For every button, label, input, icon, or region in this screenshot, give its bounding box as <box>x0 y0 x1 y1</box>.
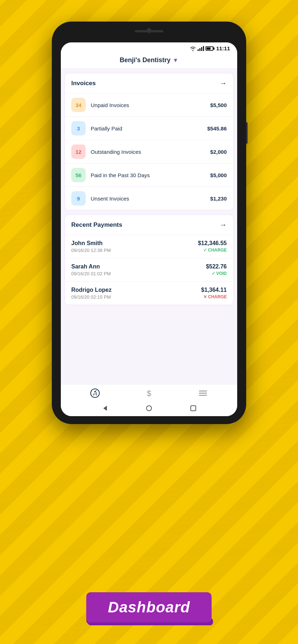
payments-title: Recent Payments <box>71 221 122 229</box>
dashboard-label-container: Dashboard <box>86 592 212 622</box>
invoice-item[interactable]: 56 Paid in the Past 30 Days $5,000 <box>65 164 233 187</box>
payment-status-0: ✓ CHARGE <box>198 248 227 253</box>
payment-left-2: Rodrigo Lopez 09/16/20 02:15 PM <box>71 287 112 300</box>
battery-fill <box>207 47 211 50</box>
android-nav <box>61 401 237 416</box>
svg-point-1 <box>94 391 96 392</box>
payment-left-0: John Smith 09/16/20 12:38 PM <box>71 240 111 253</box>
invoice-badge-1: 3 <box>71 121 86 135</box>
nav-item-menu[interactable] <box>198 388 208 398</box>
payment-item[interactable]: John Smith 09/16/20 12:38 PM $12,346.55 … <box>65 235 233 258</box>
svg-marker-6 <box>103 406 107 411</box>
invoices-title: Invoices <box>71 80 96 87</box>
payment-right-2: $1,364.11 ✕ CHARGE <box>201 287 227 299</box>
invoice-item[interactable]: 3 Partially Paid $545.86 <box>65 117 233 140</box>
menu-nav-icon <box>198 388 208 398</box>
status-time: 11:11 <box>216 45 230 51</box>
invoices-header[interactable]: Invoices → <box>65 73 233 93</box>
screen-content: Invoices → 34 Unpaid Invoices $5,500 3 P… <box>61 69 237 384</box>
payment-right-1: $522.76 ✓ VOID <box>206 263 227 276</box>
invoice-item[interactable]: 34 Unpaid Invoices $5,500 <box>65 93 233 117</box>
signal-icon <box>198 46 204 51</box>
invoice-item[interactable]: 12 Outstanding Invoices $2,000 <box>65 140 233 164</box>
nav-item-dashboard[interactable] <box>90 388 100 398</box>
bottom-nav: $ <box>61 384 237 401</box>
invoice-label-0: Unpaid Invoices <box>91 102 205 108</box>
payment-amount-1: $522.76 <box>206 263 227 270</box>
payment-item[interactable]: Rodrigo Lopez 09/16/20 02:15 PM $1,364.1… <box>65 282 233 305</box>
invoice-amount-3: $5,000 <box>210 172 227 178</box>
recents-button[interactable] <box>189 404 198 413</box>
check-icon: ✓ <box>203 248 207 253</box>
payment-name-1: Sarah Ann <box>71 263 111 270</box>
payment-amount-0: $12,346.55 <box>198 240 227 247</box>
payment-status-label-2: CHARGE <box>208 294 227 299</box>
invoice-item[interactable]: 9 Unsent Invoices $1,230 <box>65 187 233 210</box>
dollar-nav-icon: $ <box>144 388 154 398</box>
svg-text:$: $ <box>147 389 151 398</box>
invoices-card: Invoices → 34 Unpaid Invoices $5,500 3 P… <box>64 73 234 210</box>
app-title[interactable]: Benji's Dentistry ▼ <box>119 56 178 64</box>
dashboard-button-label: Dashboard <box>108 599 190 616</box>
home-button[interactable] <box>145 404 153 413</box>
payment-name-2: Rodrigo Lopez <box>71 287 112 293</box>
invoices-arrow-icon: → <box>220 79 227 87</box>
invoice-label-1: Partially Paid <box>91 125 202 132</box>
payment-status-label-0: CHARGE <box>208 248 227 253</box>
payment-status-1: ✓ VOID <box>206 271 227 276</box>
wifi-icon <box>190 46 196 51</box>
payment-item[interactable]: Sarah Ann 09/16/20 01:02 PM $522.76 ✓ VO… <box>65 258 233 282</box>
dashboard-button[interactable]: Dashboard <box>86 592 212 622</box>
invoice-amount-0: $5,500 <box>210 102 227 108</box>
nav-item-payments[interactable]: $ <box>144 388 154 398</box>
invoice-amount-4: $1,230 <box>210 196 227 202</box>
dashboard-nav-icon <box>90 388 100 398</box>
phone-screen: 11:11 Benji's Dentistry ▼ Invoices → 34 <box>61 42 237 416</box>
payment-left-1: Sarah Ann 09/16/20 01:02 PM <box>71 263 111 276</box>
dropdown-arrow-icon: ▼ <box>173 57 179 64</box>
payment-date-0: 09/16/20 12:38 PM <box>71 248 111 253</box>
payments-arrow-icon: → <box>220 221 227 229</box>
invoice-badge-2: 12 <box>71 144 86 159</box>
app-header: Benji's Dentistry ▼ <box>61 53 237 69</box>
svg-point-7 <box>146 406 152 411</box>
invoice-amount-1: $545.86 <box>207 125 227 132</box>
payment-status-2: ✕ CHARGE <box>201 294 227 299</box>
status-icons: 11:11 <box>190 45 230 51</box>
phone-shell: 11:11 Benji's Dentistry ▼ Invoices → 34 <box>52 22 246 424</box>
payment-amount-2: $1,364.11 <box>201 287 227 293</box>
payments-header[interactable]: Recent Payments → <box>65 215 233 235</box>
invoice-badge-0: 34 <box>71 98 86 112</box>
invoice-amount-2: $2,000 <box>210 149 227 155</box>
status-bar: 11:11 <box>61 42 237 53</box>
recent-payments-card: Recent Payments → John Smith 09/16/20 12… <box>64 215 234 305</box>
payment-right-0: $12,346.55 ✓ CHARGE <box>198 240 227 253</box>
svg-rect-8 <box>191 406 196 411</box>
invoice-label-4: Unsent Invoices <box>91 196 205 202</box>
x-icon: ✕ <box>203 294 207 299</box>
app-title-text: Benji's Dentistry <box>119 56 170 64</box>
invoice-label-3: Paid in the Past 30 Days <box>91 172 205 178</box>
side-button <box>246 122 248 144</box>
back-button[interactable] <box>100 404 109 413</box>
payment-date-1: 09/16/20 01:02 PM <box>71 271 111 276</box>
payment-name-0: John Smith <box>71 240 111 247</box>
invoice-badge-4: 9 <box>71 191 86 206</box>
invoice-label-2: Outstanding Invoices <box>91 149 205 155</box>
battery-icon <box>206 46 213 51</box>
payment-status-label-1: VOID <box>216 271 227 276</box>
check-icon: ✓ <box>212 271 215 276</box>
invoice-badge-3: 56 <box>71 168 86 182</box>
payment-date-2: 09/16/20 02:15 PM <box>71 294 112 300</box>
